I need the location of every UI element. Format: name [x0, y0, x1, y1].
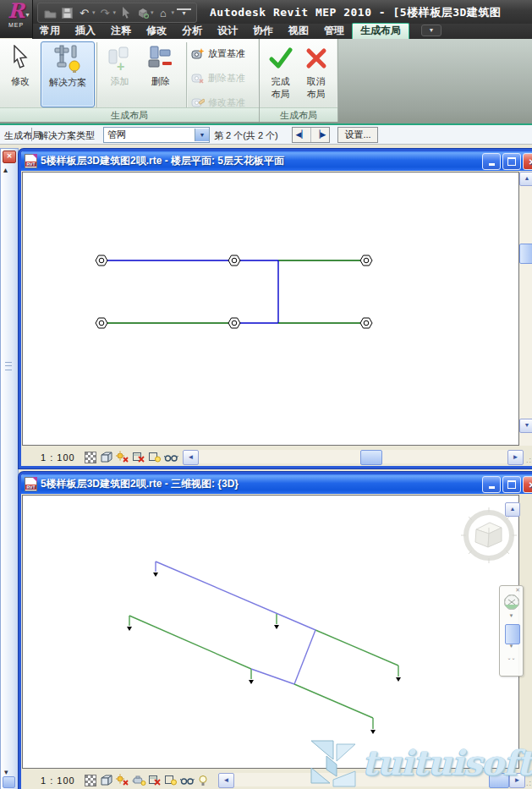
tab-generate-layout[interactable]: 生成布局: [352, 23, 409, 39]
detail-level-icon[interactable]: [84, 451, 98, 464]
add-button[interactable]: + 添加: [101, 41, 139, 106]
undo-icon[interactable]: ↶: [77, 6, 91, 20]
visual-style-icon[interactable]: [100, 451, 114, 464]
tab-manage[interactable]: 管理: [316, 24, 352, 39]
window2-minimize-button[interactable]: [482, 476, 501, 493]
previous-solution-button[interactable]: ◀▏: [293, 128, 310, 142]
hscroll-right-icon[interactable]: ►: [507, 450, 524, 465]
place-base-icon: [191, 47, 205, 60]
dock-scroll-down-icon[interactable]: ▾: [4, 768, 8, 776]
dock-close-icon[interactable]: ✕: [3, 151, 16, 163]
temporary-hide-isolate-icon[interactable]: [180, 774, 195, 787]
delete-base-label: 删除基准: [208, 72, 245, 85]
hscroll-left-icon[interactable]: ◄: [183, 450, 199, 465]
panel-label-finish[interactable]: 生成布局: [260, 107, 337, 122]
home-dropdown-icon[interactable]: ▾: [172, 9, 175, 16]
sync-model-icon[interactable]: [135, 6, 150, 20]
dock-scroll-thumb[interactable]: [3, 776, 15, 788]
window1-minimize-button[interactable]: [482, 153, 501, 170]
window2-titlebar[interactable]: RVT 5楼样板层3D建筑图2呗.rte - 三维视图: {3D} ✕: [21, 474, 532, 494]
modify-button[interactable]: 修改: [3, 41, 38, 106]
tab-modify[interactable]: 修改: [139, 24, 174, 39]
place-base-label: 放置基准: [208, 47, 245, 60]
plan-drawing: [23, 173, 518, 443]
cancel-layout-button[interactable]: 取消 布局: [299, 41, 332, 106]
window-floor-plan: RVT 5楼样板层3D建筑图2呗.rte - 楼层平面: 5层天花板平面 ✕ ▲…: [19, 149, 532, 468]
hscroll-thumb[interactable]: [360, 450, 382, 465]
delete-base-button[interactable]: 删除基准: [191, 70, 257, 86]
hscroll-thumb[interactable]: [489, 773, 509, 788]
resize-grip[interactable]: .:: [526, 456, 532, 464]
customize-qat-icon[interactable]: ▾: [177, 8, 191, 18]
tab-annotate[interactable]: 注释: [103, 24, 139, 39]
view-scale-button[interactable]: 1 : 100: [41, 452, 75, 463]
3d-view-canvas[interactable]: ✕ ▼ ▼ ⌄⌄ ▲: [22, 495, 519, 769]
view-scale-button[interactable]: 1 : 100: [41, 775, 75, 786]
select-dropdown-icon[interactable]: ▼: [195, 129, 209, 141]
scroll-up-icon[interactable]: ▲: [519, 172, 532, 186]
solution-nav-buttons: ◀▏ ▕▶: [292, 127, 330, 143]
panel-label-generate-layout[interactable]: 生成布局: [0, 107, 259, 122]
show-crop-region-icon[interactable]: [164, 774, 178, 787]
app-menu-arrow-icon: ▼: [25, 12, 30, 18]
wheel-dropdown-icon[interactable]: ▼: [509, 613, 514, 618]
detail-level-icon[interactable]: [84, 774, 98, 787]
ribbon-state-dropdown-icon[interactable]: ▼: [421, 25, 442, 36]
shadows-off-icon[interactable]: [116, 451, 130, 464]
open-icon[interactable]: [43, 6, 58, 20]
undo-dropdown-icon[interactable]: ▾: [92, 9, 96, 16]
visual-style-icon[interactable]: [100, 774, 114, 787]
solution-button[interactable]: 解决方案: [41, 41, 95, 107]
hscroll-right-icon[interactable]: ►: [509, 773, 525, 788]
next-solution-button[interactable]: ▕▶: [310, 128, 329, 142]
sync-dropdown-icon[interactable]: ▾: [151, 9, 154, 16]
window1-maximize-button[interactable]: [502, 153, 521, 170]
navbar-close-icon[interactable]: ✕: [515, 586, 523, 594]
resize-grip[interactable]: .:: [526, 779, 532, 787]
tab-collaborate[interactable]: 协作: [245, 24, 281, 39]
vscroll-thumb[interactable]: [519, 244, 532, 264]
delete-pipe-icon: [146, 41, 175, 75]
finish-layout-button[interactable]: 完成 布局: [264, 41, 297, 106]
steering-wheel-icon[interactable]: [502, 594, 521, 612]
reveal-hidden-elements-icon[interactable]: [196, 774, 211, 787]
redo-icon[interactable]: ↷: [98, 6, 112, 20]
shadows-off-icon[interactable]: [116, 774, 130, 787]
scroll-up-icon[interactable]: ▲: [505, 502, 520, 517]
tab-design[interactable]: 设计: [210, 24, 245, 39]
navbar-more-icon[interactable]: ⌄⌄: [507, 655, 515, 660]
settings-button[interactable]: 设置...: [337, 127, 378, 143]
place-base-button[interactable]: 放置基准: [191, 46, 257, 62]
finish-label-2: 布局: [271, 88, 290, 101]
solution-type-select[interactable]: 管网 ▼: [103, 127, 210, 143]
solution-type-label: 解决方案类型: [39, 129, 95, 142]
dock-grip[interactable]: [5, 362, 12, 370]
ribbon-panel-finish: 完成 布局 取消 布局 生成布局: [260, 39, 338, 122]
temporary-hide-isolate-icon[interactable]: [164, 451, 178, 464]
rendering-icon[interactable]: [132, 774, 146, 787]
crop-view-icon[interactable]: [132, 451, 146, 464]
window1-vertical-scrollbar[interactable]: ▲ ▼: [519, 172, 532, 446]
window1-close-button[interactable]: ✕: [523, 153, 532, 170]
scroll-down-icon[interactable]: ▼: [519, 419, 532, 433]
crop-view-icon[interactable]: [148, 774, 162, 787]
tab-home[interactable]: 常用: [32, 24, 68, 39]
redo-dropdown-icon[interactable]: ▾: [113, 9, 117, 16]
hscroll-left-icon[interactable]: ◄: [218, 773, 234, 788]
vscroll-thumb[interactable]: [505, 624, 520, 644]
window2-close-button[interactable]: ✕: [523, 476, 532, 493]
window1-titlebar[interactable]: RVT 5楼样板层3D建筑图2呗.rte - 楼层平面: 5层天花板平面 ✕: [21, 151, 532, 171]
delete-button[interactable]: 删除: [141, 41, 180, 106]
show-crop-region-icon[interactable]: [148, 451, 162, 464]
dock-scroll-up-icon[interactable]: ▴: [3, 165, 8, 174]
default-3d-view-icon[interactable]: ⌂: [156, 6, 171, 20]
tab-insert[interactable]: 插入: [68, 24, 103, 39]
plan-view-canvas[interactable]: [22, 172, 519, 446]
tab-analyze[interactable]: 分析: [174, 24, 210, 39]
app-menu-button[interactable]: R MEP ▼: [0, 0, 33, 38]
save-icon[interactable]: [60, 6, 74, 20]
tab-view[interactable]: 视图: [281, 24, 316, 39]
options-separator: [31, 128, 32, 141]
modify-pointer-icon[interactable]: [118, 6, 133, 20]
window2-maximize-button[interactable]: [502, 476, 521, 493]
